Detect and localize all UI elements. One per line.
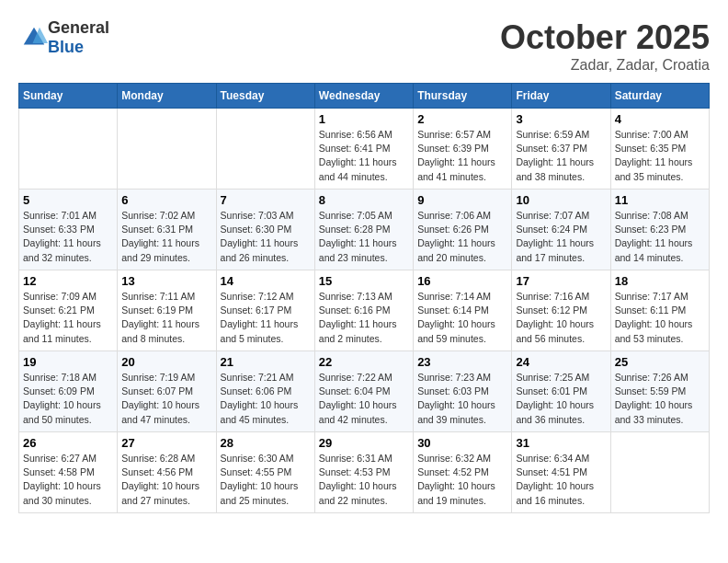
day-info: Sunrise: 7:17 AM Sunset: 6:11 PM Dayligh… — [615, 290, 705, 346]
day-info: Sunrise: 6:56 AM Sunset: 6:41 PM Dayligh… — [319, 128, 409, 184]
calendar-cell: 19Sunrise: 7:18 AM Sunset: 6:09 PM Dayli… — [19, 351, 118, 432]
day-number: 3 — [516, 112, 606, 126]
page-header: General Blue October 2025 Zadar, Zadar, … — [18, 18, 710, 74]
day-info: Sunrise: 7:08 AM Sunset: 6:23 PM Dayligh… — [615, 209, 705, 265]
day-number: 13 — [121, 274, 211, 288]
day-number: 24 — [516, 355, 606, 369]
day-info: Sunrise: 7:23 AM Sunset: 6:03 PM Dayligh… — [417, 371, 507, 427]
calendar-cell: 17Sunrise: 7:16 AM Sunset: 6:12 PM Dayli… — [512, 270, 610, 351]
day-number: 14 — [221, 274, 311, 288]
calendar-cell: 6Sunrise: 7:02 AM Sunset: 6:31 PM Daylig… — [118, 190, 216, 270]
calendar-cell: 21Sunrise: 7:21 AM Sunset: 6:06 PM Dayli… — [216, 351, 314, 432]
header-day-monday: Monday — [118, 84, 216, 109]
calendar-cell: 9Sunrise: 7:06 AM Sunset: 6:26 PM Daylig… — [414, 190, 512, 270]
day-number: 20 — [121, 355, 211, 369]
calendar-cell — [216, 109, 314, 190]
day-number: 16 — [417, 274, 507, 288]
header-day-friday: Friday — [512, 84, 610, 109]
day-info: Sunrise: 7:18 AM Sunset: 6:09 PM Dayligh… — [23, 371, 113, 427]
calendar-cell — [118, 109, 216, 190]
calendar-cell: 29Sunrise: 6:31 AM Sunset: 4:53 PM Dayli… — [314, 432, 413, 513]
day-number: 11 — [615, 193, 705, 207]
day-number: 28 — [221, 436, 311, 450]
day-number: 31 — [516, 436, 606, 450]
calendar-cell: 12Sunrise: 7:09 AM Sunset: 6:21 PM Dayli… — [19, 270, 118, 351]
day-number: 2 — [417, 112, 507, 126]
day-info: Sunrise: 7:16 AM Sunset: 6:12 PM Dayligh… — [516, 290, 606, 346]
header-day-sunday: Sunday — [19, 84, 118, 109]
day-info: Sunrise: 7:05 AM Sunset: 6:28 PM Dayligh… — [319, 209, 409, 265]
calendar-cell: 26Sunrise: 6:27 AM Sunset: 4:58 PM Dayli… — [19, 432, 118, 513]
day-number: 25 — [615, 355, 705, 369]
day-info: Sunrise: 7:01 AM Sunset: 6:33 PM Dayligh… — [23, 209, 113, 265]
calendar-week-2: 5Sunrise: 7:01 AM Sunset: 6:33 PM Daylig… — [19, 190, 710, 270]
day-number: 9 — [417, 193, 507, 207]
day-info: Sunrise: 7:06 AM Sunset: 6:26 PM Dayligh… — [417, 209, 507, 265]
calendar-cell: 7Sunrise: 7:03 AM Sunset: 6:30 PM Daylig… — [216, 190, 314, 270]
day-info: Sunrise: 6:34 AM Sunset: 4:51 PM Dayligh… — [516, 452, 606, 508]
calendar-week-3: 12Sunrise: 7:09 AM Sunset: 6:21 PM Dayli… — [19, 270, 710, 351]
day-info: Sunrise: 7:03 AM Sunset: 6:30 PM Dayligh… — [221, 209, 311, 265]
logo-blue: Blue — [48, 38, 84, 56]
day-number: 1 — [319, 112, 409, 126]
day-info: Sunrise: 6:57 AM Sunset: 6:39 PM Dayligh… — [417, 128, 507, 184]
calendar-cell — [610, 432, 709, 513]
calendar-cell: 28Sunrise: 6:30 AM Sunset: 4:55 PM Dayli… — [216, 432, 314, 513]
calendar-week-5: 26Sunrise: 6:27 AM Sunset: 4:58 PM Dayli… — [19, 432, 710, 513]
calendar-cell: 18Sunrise: 7:17 AM Sunset: 6:11 PM Dayli… — [610, 270, 709, 351]
calendar-cell: 31Sunrise: 6:34 AM Sunset: 4:51 PM Dayli… — [512, 432, 610, 513]
logo-general: General — [48, 18, 109, 37]
day-info: Sunrise: 7:26 AM Sunset: 5:59 PM Dayligh… — [615, 371, 705, 427]
logo: General Blue — [18, 18, 109, 57]
day-info: Sunrise: 6:31 AM Sunset: 4:53 PM Dayligh… — [319, 452, 409, 508]
day-number: 29 — [319, 436, 409, 450]
header-day-saturday: Saturday — [610, 84, 709, 109]
day-number: 7 — [221, 193, 311, 207]
calendar-cell: 23Sunrise: 7:23 AM Sunset: 6:03 PM Dayli… — [414, 351, 512, 432]
day-info: Sunrise: 7:12 AM Sunset: 6:17 PM Dayligh… — [221, 290, 311, 346]
calendar-table: SundayMondayTuesdayWednesdayThursdayFrid… — [18, 83, 710, 513]
calendar-cell: 13Sunrise: 7:11 AM Sunset: 6:19 PM Dayli… — [118, 270, 216, 351]
day-info: Sunrise: 7:09 AM Sunset: 6:21 PM Dayligh… — [23, 290, 113, 346]
calendar-cell: 1Sunrise: 6:56 AM Sunset: 6:41 PM Daylig… — [314, 109, 413, 190]
calendar-cell: 2Sunrise: 6:57 AM Sunset: 6:39 PM Daylig… — [414, 109, 512, 190]
day-number: 30 — [417, 436, 507, 450]
day-number: 21 — [221, 355, 311, 369]
day-info: Sunrise: 7:21 AM Sunset: 6:06 PM Dayligh… — [221, 371, 311, 427]
calendar-cell: 27Sunrise: 6:28 AM Sunset: 4:56 PM Dayli… — [118, 432, 216, 513]
day-number: 4 — [615, 112, 705, 126]
calendar-cell: 5Sunrise: 7:01 AM Sunset: 6:33 PM Daylig… — [19, 190, 118, 270]
day-number: 19 — [23, 355, 113, 369]
title-block: October 2025 Zadar, Zadar, Croatia — [500, 18, 710, 74]
day-number: 10 — [516, 193, 606, 207]
day-number: 17 — [516, 274, 606, 288]
day-info: Sunrise: 6:32 AM Sunset: 4:52 PM Dayligh… — [417, 452, 507, 508]
day-info: Sunrise: 6:59 AM Sunset: 6:37 PM Dayligh… — [516, 128, 606, 184]
day-info: Sunrise: 7:19 AM Sunset: 6:07 PM Dayligh… — [121, 371, 211, 427]
day-number: 26 — [23, 436, 113, 450]
calendar-cell: 20Sunrise: 7:19 AM Sunset: 6:07 PM Dayli… — [118, 351, 216, 432]
header-day-thursday: Thursday — [414, 84, 512, 109]
day-info: Sunrise: 7:14 AM Sunset: 6:14 PM Dayligh… — [417, 290, 507, 346]
day-info: Sunrise: 6:30 AM Sunset: 4:55 PM Dayligh… — [221, 452, 311, 508]
day-info: Sunrise: 7:25 AM Sunset: 6:01 PM Dayligh… — [516, 371, 606, 427]
calendar-cell: 15Sunrise: 7:13 AM Sunset: 6:16 PM Dayli… — [314, 270, 413, 351]
calendar-cell — [19, 109, 118, 190]
calendar-week-4: 19Sunrise: 7:18 AM Sunset: 6:09 PM Dayli… — [19, 351, 710, 432]
calendar-cell: 8Sunrise: 7:05 AM Sunset: 6:28 PM Daylig… — [314, 190, 413, 270]
calendar-cell: 14Sunrise: 7:12 AM Sunset: 6:17 PM Dayli… — [216, 270, 314, 351]
day-info: Sunrise: 6:27 AM Sunset: 4:58 PM Dayligh… — [23, 452, 113, 508]
day-number: 15 — [319, 274, 409, 288]
day-info: Sunrise: 7:02 AM Sunset: 6:31 PM Dayligh… — [121, 209, 211, 265]
logo-icon — [20, 24, 48, 52]
day-info: Sunrise: 7:00 AM Sunset: 6:35 PM Dayligh… — [615, 128, 705, 184]
calendar-cell: 22Sunrise: 7:22 AM Sunset: 6:04 PM Dayli… — [314, 351, 413, 432]
day-number: 18 — [615, 274, 705, 288]
header-day-tuesday: Tuesday — [216, 84, 314, 109]
day-number: 5 — [23, 193, 113, 207]
header-row: SundayMondayTuesdayWednesdayThursdayFrid… — [19, 84, 710, 109]
calendar-cell: 10Sunrise: 7:07 AM Sunset: 6:24 PM Dayli… — [512, 190, 610, 270]
day-number: 6 — [121, 193, 211, 207]
day-info: Sunrise: 7:11 AM Sunset: 6:19 PM Dayligh… — [121, 290, 211, 346]
calendar-cell: 4Sunrise: 7:00 AM Sunset: 6:35 PM Daylig… — [610, 109, 709, 190]
